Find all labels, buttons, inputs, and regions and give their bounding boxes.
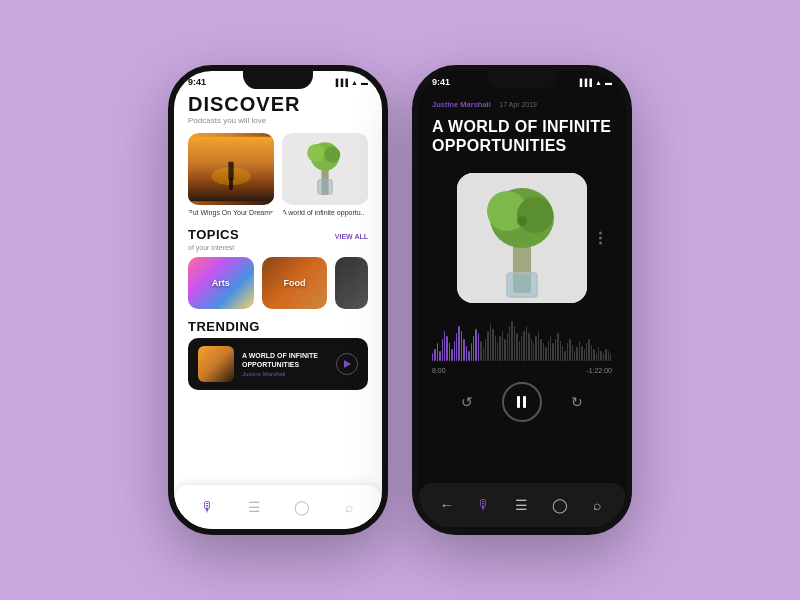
waveform-bar[interactable] <box>514 326 515 361</box>
waveform-bar[interactable] <box>487 331 488 361</box>
waveform-bar[interactable] <box>605 349 606 361</box>
waveform-bar[interactable] <box>564 351 565 361</box>
waveform-bar[interactable] <box>548 341 549 361</box>
waveform-bar[interactable] <box>475 329 476 361</box>
view-all-button[interactable]: VIEW ALL <box>335 233 368 240</box>
waveform-bar[interactable] <box>495 336 496 361</box>
waveform-bar[interactable] <box>439 351 440 361</box>
pause-button[interactable] <box>502 382 542 422</box>
waveform-bar[interactable] <box>437 343 438 361</box>
waveform-bar[interactable] <box>523 331 524 361</box>
waveform-bar[interactable] <box>586 343 587 361</box>
waveform-bar[interactable] <box>454 341 455 361</box>
waveform-bar[interactable] <box>516 333 517 361</box>
waveform-bar[interactable] <box>504 339 505 361</box>
waveform-bar[interactable] <box>579 341 580 361</box>
waveform-bar[interactable] <box>485 339 486 361</box>
waveform-bar[interactable] <box>456 333 457 361</box>
topic-arts[interactable]: Arts <box>188 257 254 309</box>
nav-profile-icon-r[interactable]: ◯ <box>550 495 570 515</box>
waveform-bar[interactable] <box>478 333 479 361</box>
waveform-bar[interactable] <box>543 343 544 361</box>
more-options[interactable] <box>599 232 602 245</box>
nav-search-icon-r[interactable]: ⌕ <box>587 495 607 515</box>
waveform-bar[interactable] <box>446 336 447 361</box>
waveform-bar[interactable] <box>483 347 484 361</box>
waveform-bar[interactable] <box>499 336 500 361</box>
waveform-bar[interactable] <box>480 341 481 361</box>
nav-library-icon-r[interactable]: ☰ <box>512 495 532 515</box>
waveform-bar[interactable] <box>533 343 534 361</box>
waveform-bar[interactable] <box>461 331 462 361</box>
waveform-bar[interactable] <box>576 347 577 361</box>
podcast-card-0[interactable]: Put Wings On Your Dreams <box>188 133 274 217</box>
waveform-bar[interactable] <box>471 343 472 361</box>
waveform-bar[interactable] <box>519 341 520 361</box>
trending-item-author: Justine Marshall <box>242 371 328 377</box>
waveform-bar[interactable] <box>545 347 546 361</box>
nav-library-icon[interactable]: ☰ <box>245 497 265 517</box>
waveform-bar[interactable] <box>468 351 469 361</box>
waveform-bar[interactable] <box>555 339 556 361</box>
waveform-bar[interactable] <box>593 349 594 361</box>
discover-content: DISCOVER Podcasts you will love <box>174 89 382 523</box>
waveform-bar[interactable] <box>449 343 450 361</box>
waveform-bar[interactable] <box>567 343 568 361</box>
waveform-bar[interactable] <box>434 349 435 361</box>
waveform-bar[interactable] <box>598 347 599 361</box>
waveform-bar[interactable] <box>531 339 532 361</box>
forward-button[interactable]: ↻ <box>563 388 591 416</box>
waveform-bar[interactable] <box>603 353 604 361</box>
waveform-bar[interactable] <box>600 351 601 361</box>
play-icon <box>344 360 351 368</box>
waveform-bar[interactable] <box>463 339 464 361</box>
waveform-bar[interactable] <box>451 349 452 361</box>
nav-podcast-icon[interactable]: 🎙 <box>198 497 218 517</box>
waveform-bar[interactable] <box>538 331 539 361</box>
waveform-bar[interactable] <box>442 339 443 361</box>
waveform-bar[interactable] <box>596 353 597 361</box>
waveform-bar[interactable] <box>507 333 508 361</box>
waveform-bar[interactable] <box>562 346 563 361</box>
nav-search-icon[interactable]: ⌕ <box>339 497 359 517</box>
waveform-bar[interactable] <box>591 345 592 361</box>
waveform-bar[interactable] <box>557 333 558 361</box>
waveform-bar[interactable] <box>581 346 582 361</box>
waveform-bar[interactable] <box>458 326 459 361</box>
podcast-card-1[interactable]: A world of infinite opportu... <box>282 133 368 217</box>
waveform-bar[interactable] <box>569 339 570 361</box>
waveform-bar[interactable] <box>540 339 541 361</box>
waveform-bar[interactable] <box>473 336 474 361</box>
waveform-bar[interactable] <box>521 336 522 361</box>
topic-food[interactable]: Food <box>262 257 328 309</box>
waveform-bar[interactable] <box>560 341 561 361</box>
waveform-bar[interactable] <box>526 326 527 361</box>
waveform-bar[interactable] <box>550 336 551 361</box>
trending-play-button[interactable] <box>336 353 358 375</box>
waveform-bar[interactable] <box>490 323 491 361</box>
podcast-img-flower <box>282 133 368 205</box>
waveform-bar[interactable] <box>535 336 536 361</box>
rewind-button[interactable]: ↺ <box>453 388 481 416</box>
waveform-bar[interactable] <box>509 326 510 361</box>
waveform-bar[interactable] <box>432 353 433 361</box>
waveform-bar[interactable] <box>497 343 498 361</box>
nav-profile-icon[interactable]: ◯ <box>292 497 312 517</box>
trending-bar[interactable]: A WORLD OF INFINITE OPPORTUNITIES Justin… <box>188 338 368 390</box>
waveform-bar[interactable] <box>466 346 467 361</box>
waveform-bar[interactable] <box>572 345 573 361</box>
waveform-bar[interactable] <box>584 349 585 361</box>
nav-podcast-icon-r[interactable]: 🎙 <box>474 495 494 515</box>
waveform-bar[interactable] <box>608 351 609 361</box>
waveform-bar[interactable] <box>610 353 611 361</box>
waveform-bar[interactable] <box>444 331 445 361</box>
waveform-bar[interactable] <box>552 343 553 361</box>
waveform-bar[interactable] <box>502 331 503 361</box>
waveform-bar[interactable] <box>588 339 589 361</box>
nav-back-button[interactable]: ← <box>437 495 457 515</box>
waveform-bar[interactable] <box>528 333 529 361</box>
waveform-bar[interactable] <box>574 351 575 361</box>
waveform-bar[interactable] <box>511 321 512 361</box>
waveform-bar[interactable] <box>492 329 493 361</box>
status-icons-left: ▐▐▐ ▲ ▬ <box>333 79 368 86</box>
